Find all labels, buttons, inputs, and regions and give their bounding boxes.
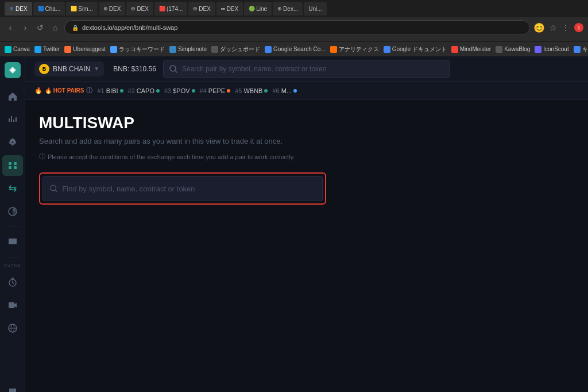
main-content: B BNB CHAIN ▼ BNB: $310.56 Search pair b… xyxy=(25,56,588,392)
bookmark-dashboard[interactable]: ダッシュボード xyxy=(211,45,260,53)
hot-pair-dot-2 xyxy=(156,89,160,93)
hot-pair-dot-1 xyxy=(120,89,123,93)
sidebar-item-home[interactable] xyxy=(2,86,23,107)
logo-icon xyxy=(5,62,21,78)
notice-icon: ⓘ xyxy=(39,152,45,161)
bnb-chain-icon: B xyxy=(39,64,49,74)
bookmark-iconscout[interactable]: IconScout xyxy=(535,46,568,53)
bookmark-canva[interactable]: Canva xyxy=(5,46,30,53)
hot-pair-3[interactable]: #3 $POV xyxy=(164,87,195,94)
sidebar-divider xyxy=(6,226,20,227)
topbar: B BNB CHAIN ▼ BNB: $310.56 Search pair b… xyxy=(25,56,588,82)
tab-9[interactable]: ⊕Dex... xyxy=(273,2,303,16)
page-notice: ⓘ Please accept the conditions of the ex… xyxy=(39,152,574,161)
sidebar-item-timer[interactable] xyxy=(2,272,23,293)
address-bar[interactable]: 🔒 dextools.io/app/en/bnb/multi-swap xyxy=(64,20,530,35)
lock-icon: 🔒 xyxy=(72,25,79,31)
home-nav-button[interactable]: ⌂ xyxy=(49,23,61,32)
tab-2[interactable]: 🟨Sim... xyxy=(66,2,98,16)
hot-pair-dot-4 xyxy=(227,89,230,93)
tab-8[interactable]: 🟢Line xyxy=(244,2,272,16)
tab-1[interactable]: 🟦Cha... xyxy=(33,2,65,16)
multiswap-search-container xyxy=(39,172,326,205)
tab-4[interactable]: ⊕DEX xyxy=(126,2,153,16)
app-container: EXTRA xyxy=(0,56,588,392)
bookmark-simplenote[interactable]: Simplenote xyxy=(169,46,207,53)
bookmark-analytics[interactable]: アナリティクス xyxy=(330,45,379,53)
browser-chrome: ⊕ DEX 🟦Cha... 🟨Sim... ⊕DEX ⊕DEX 🟥(174...… xyxy=(0,0,588,41)
forward-button[interactable]: › xyxy=(20,23,31,32)
svg-rect-6 xyxy=(9,302,14,308)
back-button[interactable]: ‹ xyxy=(5,23,16,32)
extra-label: EXTRA xyxy=(4,263,21,268)
tab-3[interactable]: ⊕DEX xyxy=(99,2,126,16)
tab-6[interactable]: ⊕DEX xyxy=(188,2,215,16)
active-tab[interactable]: ⊕ DEX xyxy=(5,2,32,16)
fire-icon: 🔥 xyxy=(34,87,42,94)
sidebar-item-rocket[interactable] xyxy=(2,132,23,153)
sidebar-item-globe[interactable] xyxy=(2,318,23,339)
tab-10[interactable]: Uni... xyxy=(304,2,326,16)
multiswap-search-icon xyxy=(50,185,57,193)
url-text: dextools.io/app/en/bnb/multi-swap xyxy=(82,24,177,31)
bookmark-rakko[interactable]: ラッコキーワード xyxy=(110,45,165,53)
bookmark-kawablog[interactable]: KawaBlog xyxy=(496,46,530,53)
bookmark-mindmeister[interactable]: MindMeister xyxy=(451,46,491,53)
sidebar-item-swap[interactable] xyxy=(2,178,23,199)
search-icon xyxy=(169,65,177,73)
settings-icon[interactable]: ⋮ xyxy=(562,23,570,32)
hot-pair-2[interactable]: #2 CAPO xyxy=(128,87,160,94)
multiswap-search-input[interactable] xyxy=(62,185,315,193)
browser-toolbar-right: 😊 ☆ ⋮ 1 xyxy=(533,22,583,33)
hot-pair-5[interactable]: #5 WBNB xyxy=(235,87,268,94)
chain-dropdown-icon: ▼ xyxy=(94,66,99,72)
svg-rect-0 xyxy=(9,162,11,165)
bookmark-keyword[interactable]: キーワードプラン... xyxy=(574,45,588,53)
hot-pair-dot-5 xyxy=(264,89,268,93)
tab-5[interactable]: 🟥(174... xyxy=(154,2,187,16)
chain-selector[interactable]: B BNB CHAIN ▼ xyxy=(34,62,104,76)
page-subtitle: Search and add as many pairs as you want… xyxy=(39,137,574,145)
bookmark-google-search[interactable]: Google Search Co... xyxy=(265,46,326,53)
topbar-search-placeholder: Search pair by symbol, name, contract or… xyxy=(182,65,326,73)
bookmark-ubersuggest[interactable]: Ubersuggest xyxy=(64,46,106,53)
svg-rect-3 xyxy=(14,166,17,169)
chain-price: BNB: $310.56 xyxy=(113,65,156,73)
multiswap-search-box[interactable] xyxy=(42,176,323,201)
topbar-search[interactable]: Search pair by symbol, name, contract or… xyxy=(163,60,450,78)
svg-rect-2 xyxy=(9,166,11,169)
browser-toolbar: ‹ › ↺ ⌂ 🔒 dextools.io/app/en/bnb/multi-s… xyxy=(0,17,588,38)
svg-rect-1 xyxy=(14,162,17,165)
hot-pair-1[interactable]: #1 BIBI xyxy=(97,87,123,94)
bookmark-twitter[interactable]: Twitter xyxy=(34,46,60,53)
hot-pair-dot-3 xyxy=(192,89,195,93)
page-title: MULTISWAP xyxy=(39,114,574,132)
logo[interactable] xyxy=(3,61,22,79)
sidebar-item-multiswap[interactable] xyxy=(2,155,23,176)
emoji-icon: 😊 xyxy=(533,22,545,33)
bookmark-bar: Canva Twitter Ubersuggest ラッコキーワード Simpl… xyxy=(0,41,588,56)
hot-pairs-bar: 🔥 🔥 HOT PAIRS ⓘ #1 BIBI #2 CAPO #3 $POV … xyxy=(25,82,588,100)
hot-pair-6[interactable]: #6 M... xyxy=(272,87,297,94)
notification-badge: 1 xyxy=(574,23,583,32)
bookmark-google-docs[interactable]: Google ドキュメント xyxy=(384,45,447,53)
chain-name: BNB CHAIN xyxy=(53,65,90,73)
hot-pairs-label: 🔥 🔥 HOT PAIRS ⓘ xyxy=(34,86,92,95)
page-content: MULTISWAP Search and add as many pairs a… xyxy=(25,100,588,392)
sidebar-item-video[interactable] xyxy=(2,295,23,316)
reload-button[interactable]: ↺ xyxy=(34,23,46,32)
hot-pair-dot-6 xyxy=(293,89,297,93)
tab-7[interactable]: •• DEX xyxy=(216,2,243,16)
hot-pair-4[interactable]: #4 PEPE xyxy=(200,87,231,94)
sidebar: EXTRA xyxy=(0,56,25,392)
hot-pairs-info-icon[interactable]: ⓘ xyxy=(86,86,92,95)
sidebar-divider-2 xyxy=(6,257,20,258)
sidebar-item-chart[interactable] xyxy=(2,109,23,130)
browser-tabs: ⊕ DEX 🟦Cha... 🟨Sim... ⊕DEX ⊕DEX 🟥(174...… xyxy=(0,0,588,17)
sidebar-item-portfolio[interactable] xyxy=(2,201,23,222)
sidebar-item-screener[interactable] xyxy=(2,232,23,252)
sidebar-item-chat[interactable] xyxy=(2,382,23,392)
bookmark-icon[interactable]: ☆ xyxy=(550,23,557,32)
